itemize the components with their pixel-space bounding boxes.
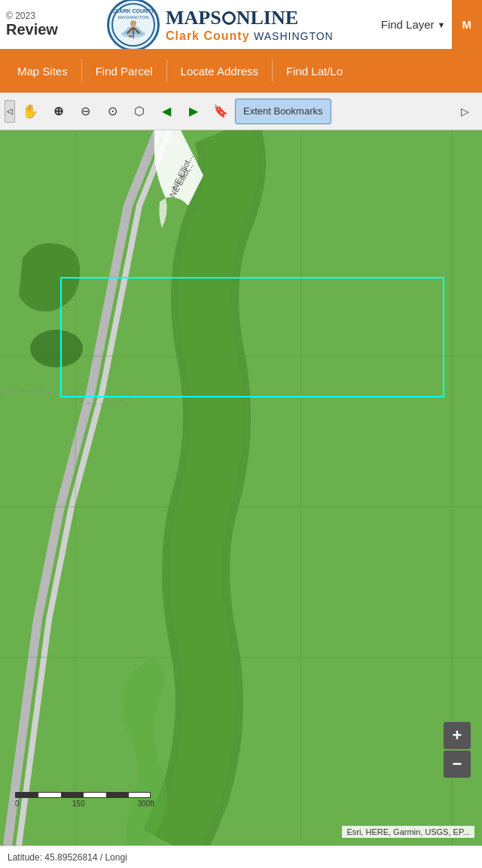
toggle-icon: ◁ <box>7 107 13 115</box>
back-icon: ◀ <box>162 104 171 118</box>
scale-max: 300ft <box>138 799 154 808</box>
nav-find-latlng[interactable]: Find Lat/Lo <box>273 49 356 93</box>
bookmark-icon: 🔖 <box>213 104 228 118</box>
logo-area: CLARK COUNTY WASHINGTON MAPS NLINE Clark… <box>66 0 375 51</box>
logo-svg: CLARK COUNTY WASHINGTON <box>111 2 156 47</box>
svg-text:WASHINGTON: WASHINGTON <box>117 15 148 20</box>
zoom-in-icon: ⊕ <box>53 104 63 118</box>
review-text: Review <box>6 21 58 38</box>
hand-icon: ✋ <box>22 103 38 120</box>
zoom-out-map-button[interactable]: − <box>444 751 471 778</box>
back-button[interactable]: ◀ <box>154 99 179 124</box>
o-icon <box>222 11 236 25</box>
scale-labels: 0 150 300ft <box>15 799 154 808</box>
scale-bar-graphic <box>15 792 151 798</box>
more-tools-button[interactable]: ▷ <box>452 99 477 124</box>
nav-find-parcel[interactable]: Find Parcel <box>82 49 166 93</box>
logo-circle: CLARK COUNTY WASHINGTON <box>107 0 160 51</box>
forward-button[interactable]: ▶ <box>181 99 206 124</box>
select-tool-button[interactable]: ⬡ <box>127 99 152 124</box>
panel-toggle[interactable]: ◁ <box>5 100 15 123</box>
chevron-down-icon: ▼ <box>438 20 446 29</box>
header: © 2023 Review CLARK COUNTY WASHINGTON MA… <box>0 0 482 49</box>
full-extent-button[interactable]: ⊙ <box>99 99 125 124</box>
zoom-out-button[interactable]: ⊖ <box>72 99 98 124</box>
more-button[interactable]: M <box>452 0 483 49</box>
forward-icon: ▶ <box>189 104 198 118</box>
nav-bar: Map Sites Find Parcel Locate Address Fin… <box>0 49 482 93</box>
nav-locate-address[interactable]: Locate Address <box>167 49 272 93</box>
svg-point-4 <box>130 20 136 26</box>
coordinates-text: Latitude: 45.89526814 / Longi <box>8 852 127 863</box>
scale-bar: 0 150 300ft <box>15 792 154 808</box>
extent-bookmarks-button[interactable]: Extent Bookmarks <box>235 99 331 124</box>
svg-text:CLARK COUNTY: CLARK COUNTY <box>112 8 154 14</box>
zoom-in-map-button[interactable]: + <box>444 722 471 749</box>
maps-online-label: MAPS NLINE <box>166 7 334 29</box>
svg-point-15 <box>30 330 83 367</box>
zoom-in-button[interactable]: ⊕ <box>45 99 71 124</box>
find-layer-button[interactable]: Find Layer ▼ <box>375 14 452 35</box>
status-bar: Latitude: 45.89526814 / Longi <box>0 845 482 868</box>
toolbar: ◁ ✋ ⊕ ⊖ ⊙ ⬡ ◀ ▶ 🔖 Extent Bookmarks ▷ <box>0 93 482 130</box>
full-extent-icon: ⊙ <box>108 104 117 118</box>
attribution: Esri, HERE, Garmin, USGS, EP... <box>342 826 474 838</box>
bookmark-add-button[interactable]: 🔖 <box>208 99 233 124</box>
copyright-text: © 2023 <box>6 11 58 21</box>
clark-county-label: Clark County WASHINGTON <box>166 29 334 43</box>
nav-map-sites[interactable]: Map Sites <box>4 49 81 93</box>
select-icon: ⬡ <box>134 104 145 118</box>
pan-tool-button[interactable]: ✋ <box>17 99 44 124</box>
more-tools-icon: ▷ <box>461 105 469 117</box>
logo-text-area: MAPS NLINE Clark County WASHINGTON <box>166 7 334 43</box>
copyright-review: © 2023 Review <box>6 11 58 38</box>
zoom-controls: + − <box>444 722 471 778</box>
scale-mid: 150 <box>72 799 85 808</box>
map-container[interactable]: NE Elliot... NE Elliot... + − 0 150 300f… <box>0 130 482 845</box>
map-svg: NE Elliot... <box>0 130 482 845</box>
scale-zero: 0 <box>15 799 20 808</box>
zoom-out-icon: ⊖ <box>81 104 90 118</box>
